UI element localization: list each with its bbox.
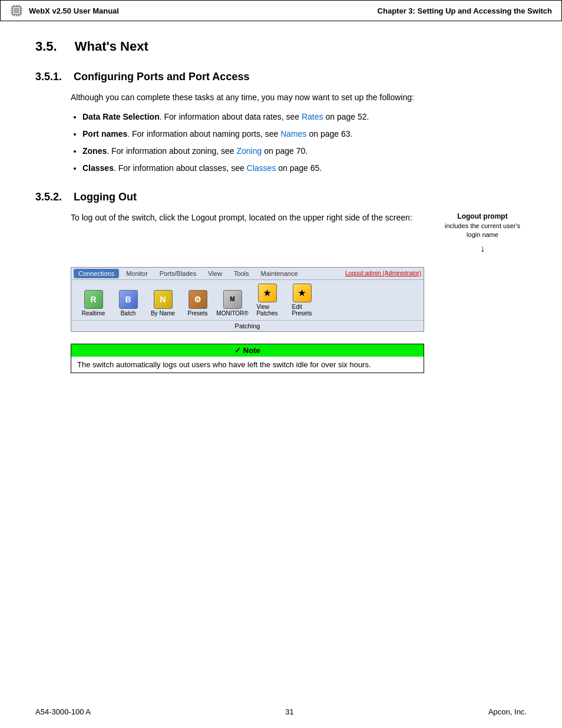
byname-icon: N (154, 290, 173, 309)
logout-annotation: Logout prompt includes the current user'… (438, 212, 527, 255)
page-footer: A54-3000-100 A 31 Apcon, Inc. (0, 707, 562, 716)
presets-icon: ⚙ (189, 290, 207, 309)
section-352: 3.5.2.Logging Out To log out of the swit… (35, 191, 527, 373)
nav-item-ports-blades[interactable]: Ports/Blades (155, 269, 201, 278)
bullet-label: Port names (82, 129, 127, 139)
ui-nav-bar: Connections Monitor Ports/Blades View To… (71, 268, 424, 280)
section-351-heading: 3.5.1.Configuring Ports and Port Access (35, 71, 527, 83)
patching-bar: Patching (71, 320, 424, 331)
nav-item-maintenance[interactable]: Maintenance (256, 269, 303, 278)
toolbar-batch[interactable]: B Batch (112, 290, 144, 317)
arrow-down-icon: ↓ (438, 242, 527, 255)
nav-item-connections[interactable]: Connections (74, 269, 119, 278)
section-351-intro: Although you can complete these tasks at… (71, 91, 527, 104)
toolbar-monitor[interactable]: M MONITOR® (216, 290, 249, 317)
byname-label: By Name (151, 310, 175, 317)
annotation-title: Logout prompt (438, 212, 527, 222)
batch-label: Batch (121, 310, 136, 317)
toolbar-edit-presets[interactable]: ★ EditPresets (286, 284, 318, 317)
footer-left: A54-3000-100 A (35, 707, 91, 716)
logout-text: To log out of the switch, click the Logo… (71, 212, 427, 231)
batch-icon: B (119, 290, 138, 309)
section-351: 3.5.1.Configuring Ports and Port Access … (35, 71, 527, 174)
rates-link[interactable]: Rates (302, 112, 323, 121)
note-body: The switch automatically logs out users … (71, 357, 424, 373)
page-header: WebX v2.50 User Manual Chapter 3: Settin… (0, 0, 562, 21)
monitor-label: MONITOR® (216, 310, 248, 317)
chapter-title: Chapter 3: Setting Up and Accessing the … (378, 6, 552, 15)
toolbar-presets[interactable]: ⚙ Presets (181, 290, 214, 317)
section-35: 3.5.What's Next (35, 39, 527, 54)
section-352-heading: 3.5.2.Logging Out (35, 191, 527, 203)
svg-rect-1 (14, 8, 19, 14)
footer-center: 31 (285, 707, 293, 716)
list-item: Data Rate Selection. For information abo… (82, 111, 527, 123)
manual-title: WebX v2.50 User Manual (29, 6, 378, 15)
logout-link[interactable]: Logout:admin (Administrator) (345, 270, 421, 276)
realtime-label: Realtime (82, 310, 105, 317)
toolbar-byname[interactable]: N By Name (147, 290, 179, 317)
nav-item-monitor[interactable]: Monitor (121, 269, 153, 278)
presets-label: Presets (188, 310, 208, 317)
section-35-heading: 3.5.What's Next (35, 39, 527, 54)
bullet-label: Data Rate Selection (82, 112, 160, 121)
footer-right: Apcon, Inc. (488, 707, 527, 716)
section-351-bullets: Data Rate Selection. For information abo… (82, 111, 527, 174)
toolbar-view-patches[interactable]: ★ ViewPatches (251, 284, 283, 317)
nav-item-tools[interactable]: Tools (229, 269, 254, 278)
bullet-label: Zones (82, 146, 107, 156)
view-patches-icon: ★ (258, 284, 277, 302)
patching-label: Patching (235, 322, 260, 330)
annotation-body: includes the current user's login name (438, 222, 527, 240)
ui-toolbar: R Realtime B Batch N By Name ⚙ Presets M (71, 280, 424, 320)
realtime-icon: R (84, 290, 103, 309)
list-item: Port names. For information about naming… (82, 128, 527, 140)
nav-item-view[interactable]: View (203, 269, 227, 278)
toolbar-realtime[interactable]: R Realtime (77, 290, 110, 317)
zoning-link[interactable]: Zoning (236, 146, 262, 156)
main-content: 3.5.What's Next 3.5.1.Configuring Ports … (0, 21, 562, 413)
chip-icon (10, 4, 23, 17)
bullet-label: Classes (82, 163, 114, 173)
note-box: ✓ Note The switch automatically logs out… (71, 344, 424, 373)
note-header: ✓ Note (71, 344, 424, 357)
list-item: Classes. For information about classes, … (82, 162, 527, 174)
logout-body: To log out of the switch, click the Logo… (71, 212, 427, 224)
list-item: Zones. For information about zoning, see… (82, 145, 527, 157)
logout-area: To log out of the switch, click the Logo… (71, 212, 527, 255)
ui-screenshot: Connections Monitor Ports/Blades View To… (71, 267, 424, 332)
monitor-icon: M (223, 290, 242, 309)
edit-presets-icon: ★ (293, 284, 312, 302)
classes-link[interactable]: Classes (247, 163, 276, 173)
edit-presets-label: EditPresets (292, 304, 312, 317)
view-patches-label: ViewPatches (256, 304, 277, 317)
names-link[interactable]: Names (280, 129, 306, 139)
